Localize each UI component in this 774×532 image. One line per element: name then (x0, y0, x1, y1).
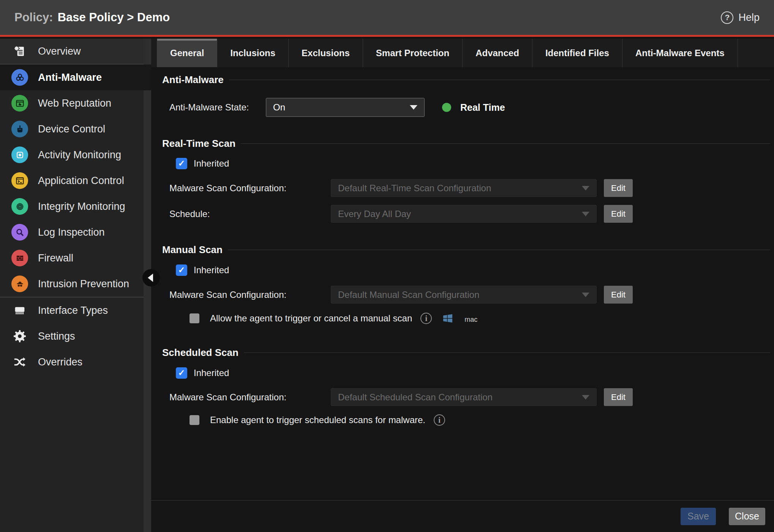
windows-logo-icon (442, 312, 454, 324)
sidebar-item-overrides[interactable]: Overrides (0, 349, 144, 375)
ms-config-value: Default Manual Scan Configuration (338, 290, 479, 300)
anti-malware-state-label: Anti-Malware State: (169, 102, 266, 113)
section-real-time-scan-title: Real-Time Scan (162, 138, 235, 150)
ms-allow-label: Allow the agent to trigger or cancel a m… (210, 313, 412, 324)
help-button[interactable]: ? Help (721, 11, 760, 24)
rts-inherited-label: Inherited (194, 158, 229, 169)
section-real-time-scan: Real-Time Scan (162, 138, 770, 150)
status-text: Real Time (460, 102, 505, 113)
sidebar-item-application-control[interactable]: Application Control (0, 168, 144, 194)
sidebar-item-label: Application Control (38, 175, 124, 187)
sidebar-item-label: Overrides (38, 356, 82, 368)
rts-schedule-edit-button[interactable]: Edit (604, 205, 633, 223)
info-icon[interactable]: i (420, 313, 432, 324)
chevron-down-icon (582, 293, 589, 297)
page-title-prefix: Policy: (14, 11, 53, 24)
ss-config-select: Default Scheduled Scan Configuration (331, 388, 597, 406)
overview-icon (11, 43, 28, 60)
sidebar-item-label: Interface Types (38, 305, 108, 316)
integrity-monitoring-icon (11, 198, 28, 215)
section-rule (244, 353, 770, 353)
section-rule (228, 250, 770, 250)
rts-schedule-value: Every Day All Day (338, 209, 411, 219)
chevron-down-icon (582, 395, 589, 400)
log-inspection-icon (11, 224, 28, 241)
interface-types-icon (11, 302, 28, 319)
sidebar-item-interface-types[interactable]: Interface Types (0, 297, 144, 323)
intrusion-prevention-icon (11, 275, 28, 292)
tab-smart-protection[interactable]: Smart Protection (363, 39, 463, 67)
ms-config-row: Malware Scan Configuration: Default Manu… (169, 286, 774, 304)
chevron-down-icon (582, 212, 589, 216)
sidebar-item-firewall[interactable]: Firewall (0, 245, 144, 271)
general-tab-panel: Anti-Malware Anti-Malware State: On Real… (151, 67, 774, 500)
sidebar-item-label: Settings (38, 331, 75, 342)
sidebar-item-label: Web Reputation (38, 98, 111, 109)
sidebar-item-label: Anti-Malware (38, 72, 102, 83)
close-button[interactable]: Close (729, 508, 765, 525)
chevron-down-icon (410, 105, 417, 110)
tab-identified-files[interactable]: Identified Files (532, 39, 622, 67)
sidebar-item-integrity-monitoring[interactable]: Integrity Monitoring (0, 194, 144, 219)
tab-anti-malware-events[interactable]: Anti-Malware Events (622, 39, 738, 67)
sidebar-item-settings[interactable]: Settings (0, 323, 144, 349)
tab-inclusions[interactable]: Inclusions (217, 39, 289, 67)
ss-config-label: Malware Scan Configuration: (169, 392, 331, 403)
ms-inherited-checkbox[interactable]: ✓ (176, 264, 187, 276)
ms-config-label: Malware Scan Configuration: (169, 290, 331, 300)
anti-malware-icon (11, 69, 28, 86)
anti-malware-state-select[interactable]: On (266, 98, 425, 117)
section-anti-malware-title: Anti-Malware (162, 74, 224, 86)
section-manual-scan-title: Manual Scan (162, 244, 223, 256)
section-anti-malware: Anti-Malware (162, 74, 770, 86)
sidebar-item-label: Log Inspection (38, 227, 105, 238)
rts-config-row: Malware Scan Configuration: Default Real… (169, 179, 774, 197)
header-bar: Policy: Base Policy > Demo ? Help (0, 0, 774, 37)
rts-config-edit-button[interactable]: Edit (604, 179, 633, 197)
mac-platform-label: mac (464, 316, 477, 324)
sidebar-item-label: Firewall (38, 252, 73, 264)
page-title: Policy: Base Policy > Demo (14, 11, 170, 24)
rts-inherited-row: ✓ Inherited (176, 158, 774, 169)
ms-inherited-row: ✓ Inherited (176, 264, 774, 276)
ss-config-value: Default Scheduled Scan Configuration (338, 392, 493, 403)
save-button[interactable]: Save (681, 508, 716, 525)
section-scheduled-scan: Scheduled Scan (162, 347, 770, 359)
anti-malware-state-row: Anti-Malware State: On Real Time (169, 98, 774, 117)
rts-schedule-label: Schedule: (169, 209, 331, 219)
anti-malware-state-value: On (273, 102, 285, 113)
sidebar-item-device-control[interactable]: Device Control (0, 116, 144, 142)
help-label: Help (738, 12, 760, 24)
ms-config-select: Default Manual Scan Configuration (331, 286, 597, 304)
firewall-icon (11, 250, 28, 266)
section-rule (241, 143, 770, 144)
rts-inherited-checkbox[interactable]: ✓ (176, 158, 187, 169)
sidebar-item-overview[interactable]: Overview (0, 39, 144, 64)
sidebar-item-activity-monitoring[interactable]: Activity Monitoring (0, 142, 144, 168)
chevron-left-icon (148, 274, 153, 282)
sidebar-item-web-reputation[interactable]: Web Reputation (0, 90, 144, 116)
sidebar-item-intrusion-prevention[interactable]: Intrusion Prevention (0, 271, 144, 297)
ss-config-edit-button[interactable]: Edit (604, 388, 633, 406)
sidebar-item-log-inspection[interactable]: Log Inspection (0, 219, 144, 245)
sidebar-collapse-button[interactable] (142, 269, 160, 286)
sidebar-item-label: Intrusion Prevention (38, 278, 129, 290)
ms-config-edit-button[interactable]: Edit (604, 286, 633, 304)
rts-config-label: Malware Scan Configuration: (169, 183, 331, 194)
device-control-icon (11, 121, 28, 137)
sidebar-item-anti-malware[interactable]: Anti-Malware (0, 65, 151, 90)
ms-allow-checkbox[interactable] (190, 313, 199, 323)
tab-exclusions[interactable]: Exclusions (289, 39, 363, 67)
info-icon[interactable]: i (434, 414, 445, 426)
ss-enable-row: Enable agent to trigger scheduled scans … (190, 414, 774, 427)
ss-enable-checkbox[interactable] (190, 415, 199, 425)
footer-bar: Save Close (151, 500, 774, 532)
tab-advanced[interactable]: Advanced (463, 39, 532, 67)
ss-config-row: Malware Scan Configuration: Default Sche… (169, 388, 774, 406)
sidebar-item-label: Overview (38, 46, 81, 57)
sidebar-item-label: Integrity Monitoring (38, 201, 125, 212)
ss-inherited-checkbox[interactable]: ✓ (176, 367, 187, 379)
sidebar-item-label: Activity Monitoring (38, 149, 121, 161)
section-scheduled-scan-title: Scheduled Scan (162, 347, 239, 359)
tab-general[interactable]: General (157, 39, 217, 67)
